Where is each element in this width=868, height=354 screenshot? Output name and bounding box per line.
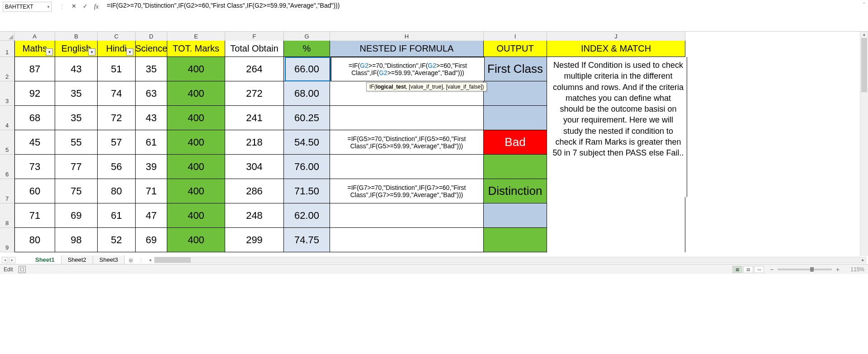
col-header-D[interactable]: D [136,32,167,41]
cell-I8[interactable] [484,203,547,228]
tab-split-grip[interactable]: ⋮ [137,258,145,263]
cell-C5[interactable]: 57 [98,130,136,155]
cell-F8[interactable]: 248 [225,203,284,228]
select-all-corner[interactable] [0,32,14,41]
cell-E5[interactable]: 400 [167,130,225,155]
cell-E3[interactable]: 400 [167,81,225,106]
page-layout-indicator-icon[interactable] [19,266,26,273]
cell-C3[interactable]: 74 [98,81,136,106]
cell-I2[interactable]: First Class [484,57,547,81]
cell-H6[interactable] [330,155,484,179]
cell-I7[interactable]: Distinction [484,179,547,203]
cell-H5[interactable]: =IF(G5>=70,"Distinction",IF(G5>=60,"Firs… [330,130,484,155]
cell-I6[interactable] [484,155,547,179]
tab-sheet1[interactable]: Sheet1 [29,255,61,264]
row-header-8[interactable]: 8 [0,203,14,228]
view-page-break-button[interactable]: ▭ [754,266,764,273]
cell-G4[interactable]: 60.25 [284,106,330,130]
cell-G5[interactable]: 54.50 [284,130,330,155]
cell-C2[interactable]: 51 [98,57,136,81]
view-page-layout-button[interactable]: ▤ [743,266,753,273]
cell-G1[interactable]: % [284,41,330,57]
cell-E8[interactable]: 400 [167,203,225,228]
cell-F1[interactable]: Total Obtain [225,41,284,57]
vertical-scroll-thumb[interactable] [861,38,867,92]
cell-G6[interactable]: 76.00 [284,155,330,179]
cell-G9[interactable]: 74.75 [284,228,330,252]
cell-E9[interactable]: 400 [167,228,225,252]
cell-F3[interactable]: 272 [225,81,284,106]
name-box-dropdown-icon[interactable]: ▼ [47,5,50,9]
cell-D4[interactable]: 43 [136,106,167,130]
cell-C8[interactable]: 61 [98,203,136,228]
col-header-E[interactable]: E [167,32,225,41]
tab-sheet3[interactable]: Sheet3 [93,255,125,264]
row-header-7[interactable]: 7 [0,179,14,203]
cell-D3[interactable]: 63 [136,81,167,106]
cell-D2[interactable]: 35 [136,57,167,81]
cell-H9[interactable] [330,228,484,252]
zoom-level[interactable]: 115% [844,266,864,273]
col-header-I[interactable]: I [484,32,547,41]
cell-B9[interactable]: 98 [55,228,98,252]
cell-F2[interactable]: 264 [225,57,284,81]
row-header-3[interactable]: 3 [0,81,14,106]
accept-formula-icon[interactable]: ✓ [83,3,88,9]
cell-A9[interactable]: 80 [14,228,55,252]
cell-G7[interactable]: 71.50 [284,179,330,203]
cell-I5[interactable]: Bad [484,130,547,155]
col-header-G[interactable]: G [284,32,330,41]
cell-C7[interactable]: 80 [98,179,136,203]
cell-B7[interactable]: 75 [55,179,98,203]
row-header-2[interactable]: 2 [0,57,14,81]
cell-I3[interactable] [484,81,547,106]
cell-B2[interactable]: 43 [55,57,98,81]
zoom-slider[interactable] [778,269,832,270]
zoom-in-button[interactable]: + [835,266,841,273]
horizontal-scrollbar[interactable]: ◄ ► [154,257,866,263]
fx-label[interactable]: fx [94,2,99,10]
cell-B3[interactable]: 35 [55,81,98,106]
cell-E4[interactable]: 400 [167,106,225,130]
cell-D7[interactable]: 71 [136,179,167,203]
cell-A3[interactable]: 92 [14,81,55,106]
cell-J8[interactable] [547,203,685,228]
vertical-scrollbar[interactable]: ▲ [860,32,868,256]
row-header-5[interactable]: 5 [0,130,14,155]
tab-nav-first-icon[interactable]: ◄ [2,257,8,263]
cancel-formula-icon[interactable]: ✕ [71,3,76,9]
cell-C4[interactable]: 72 [98,106,136,130]
expand-formula-bar-icon[interactable]: ⌃ [860,0,868,7]
col-header-B[interactable]: B [55,32,98,41]
cell-C9[interactable]: 52 [98,228,136,252]
cell-A4[interactable]: 68 [14,106,55,130]
cell-A7[interactable]: 60 [14,179,55,203]
scroll-left-icon[interactable]: ◄ [148,258,152,262]
tab-sheet2[interactable]: Sheet2 [61,255,93,264]
cell-B1[interactable]: English [55,41,98,57]
tab-nav-prev-icon[interactable]: ► [9,257,15,263]
scroll-up-icon[interactable]: ▲ [860,32,868,38]
cell-E7[interactable]: 400 [167,179,225,203]
cell-A1[interactable]: Maths [14,41,55,57]
col-header-J[interactable]: J [547,32,685,41]
cell-D1[interactable]: Science [136,41,167,57]
cell-H7[interactable]: =IF(G7>=70,"Distinction",IF(G7>=60,"Firs… [330,179,484,203]
scroll-right-icon[interactable]: ► [861,258,865,262]
cell-J-description[interactable]: Nested If Condition is used to check mul… [550,57,687,197]
cell-E6[interactable]: 400 [167,155,225,179]
cell-D8[interactable]: 47 [136,203,167,228]
row-header-4[interactable]: 4 [0,106,14,130]
cell-I4[interactable] [484,106,547,130]
cell-F5[interactable]: 218 [225,130,284,155]
row-header-9[interactable]: 9 [0,228,14,252]
cell-D9[interactable]: 69 [136,228,167,252]
cell-I9[interactable] [484,228,547,252]
cell-D5[interactable]: 61 [136,130,167,155]
col-header-F[interactable]: F [225,32,284,41]
cell-B6[interactable]: 77 [55,155,98,179]
cell-H4[interactable] [330,106,484,130]
cell-G3[interactable]: 68.00 [284,81,330,106]
cell-F9[interactable]: 299 [225,228,284,252]
cell-J1[interactable]: INDEX & MATCH [547,41,685,57]
